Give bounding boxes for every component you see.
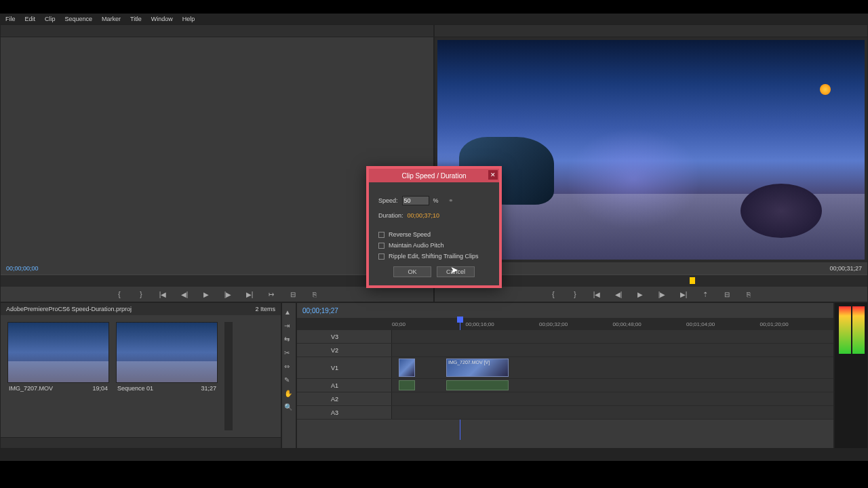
maintain-pitch-label: Maintain Audio Pitch [389, 242, 444, 249]
track-v3[interactable] [392, 330, 833, 343]
project-name: AdobePremiereProCS6 Speed-Duration.prpro… [6, 306, 132, 312]
speed-label: Speed: [378, 197, 398, 204]
ripple-checkbox[interactable] [378, 253, 384, 260]
ruler-tick: 00;00 [392, 321, 466, 327]
project-footer[interactable] [1, 437, 281, 448]
audio-meters [834, 302, 868, 449]
tools-panel: ▲ ⇥ ⇆ ✂ ⇔ ✎ ✋ 🔍 [281, 302, 296, 449]
razor-tool-icon[interactable]: ✂ [284, 349, 294, 359]
track-a2[interactable] [392, 392, 833, 405]
maintain-pitch-checkbox[interactable] [378, 243, 384, 249]
mark-out-icon[interactable]: } [136, 289, 146, 299]
insert-icon[interactable]: ↦ [267, 289, 276, 299]
track-v1[interactable]: IMG_7207.MOV [V] [392, 357, 833, 378]
pen-tool-icon[interactable]: ✎ [284, 376, 294, 386]
export-frame-icon[interactable]: ⎘ [744, 289, 753, 299]
track-head-v1[interactable]: V1 [297, 357, 392, 378]
ruler-tick: 00;01;20;00 [760, 321, 834, 327]
ruler-tick: 00;00;48;00 [613, 321, 687, 327]
duration-value[interactable]: 00;00;37;10 [408, 212, 440, 219]
bin-item-duration: 19;04 [92, 385, 108, 392]
mark-in-icon[interactable]: { [549, 289, 558, 299]
bin-scrollbar[interactable] [224, 322, 233, 430]
clip-speed-dialog: Clip Speed / Duration ✕ Speed: % ⚭ Durat… [366, 166, 502, 288]
reverse-label: Reverse Speed [389, 231, 431, 238]
mark-in-icon[interactable]: { [115, 289, 124, 299]
menu-window[interactable]: Window [151, 16, 173, 22]
lift-icon[interactable]: ⇡ [701, 289, 710, 299]
menu-marker[interactable]: Marker [102, 16, 121, 22]
mark-out-icon[interactable]: } [570, 289, 580, 299]
zoom-tool-icon[interactable]: 🔍 [284, 403, 294, 413]
dialog-title-text: Clip Speed / Duration [401, 172, 466, 180]
menu-bar[interactable]: File Edit Clip Sequence Marker Title Win… [0, 14, 868, 24]
bin-item-label: Sequence 01 [117, 385, 153, 392]
program-tabs[interactable] [435, 25, 867, 37]
source-transport: { } |◀ ◀| ▶ |▶ ▶| ↦ ⊟ ⎘ [1, 287, 433, 302]
goto-in-icon[interactable]: |◀ [592, 289, 601, 299]
ripple-tool-icon[interactable]: ⇆ [284, 336, 294, 345]
step-fwd-icon[interactable]: |▶ [223, 289, 233, 299]
ok-button[interactable]: OK [393, 266, 431, 277]
link-icon[interactable]: ⚭ [448, 197, 454, 204]
track-a1[interactable] [392, 379, 833, 392]
track-head-a3[interactable]: A3 [297, 406, 392, 419]
timeline-clip[interactable] [399, 359, 415, 377]
track-head-v3[interactable]: V3 [297, 330, 392, 343]
goto-in-icon[interactable]: |◀ [158, 289, 167, 299]
overwrite-icon[interactable]: ⊟ [288, 289, 298, 299]
timeline-audio-clip[interactable] [446, 380, 509, 390]
menu-sequence[interactable]: Sequence [65, 16, 93, 22]
menu-clip[interactable]: Clip [45, 16, 56, 22]
hand-tool-icon[interactable]: ✋ [284, 390, 294, 399]
duration-label: Duration: [378, 212, 403, 219]
project-panel: AdobePremiereProCS6 Speed-Duration.prpro… [0, 302, 281, 449]
project-item-count: 2 Items [255, 306, 275, 312]
goto-out-icon[interactable]: ▶| [679, 289, 688, 299]
speed-input[interactable] [402, 196, 429, 205]
ripple-label: Ripple Edit, Shifting Trailing Clips [389, 253, 479, 260]
source-timecode[interactable]: 00;00;00;00 [6, 265, 39, 272]
track-head-a1[interactable]: A1 [297, 379, 392, 392]
menu-edit[interactable]: Edit [25, 16, 36, 22]
speed-percent: % [433, 197, 439, 204]
bin-item-label: IMG_7207.MOV [9, 385, 53, 392]
close-icon[interactable]: ✕ [488, 170, 498, 180]
ruler-tick: 00;01;04;00 [686, 321, 760, 327]
timeline-panel: 00;00;19;27 00;00 00;00;16;00 00;00;32;0… [296, 302, 834, 449]
step-back-icon[interactable]: ◀| [180, 289, 189, 299]
bin-item[interactable]: IMG_7207.MOV 19;04 [7, 322, 109, 430]
selection-tool-icon[interactable]: ▲ [284, 308, 294, 318]
timeline-playhead-time[interactable]: 00;00;19;27 [302, 307, 338, 314]
step-fwd-icon[interactable]: |▶ [657, 289, 667, 299]
track-select-tool-icon[interactable]: ⇥ [284, 322, 294, 331]
bin-item[interactable]: Sequence 01 31;27 [116, 322, 218, 430]
play-icon[interactable]: ▶ [201, 289, 211, 299]
cancel-button[interactable]: Cancel [437, 266, 475, 277]
program-transport: { } |◀ ◀| ▶ |▶ ▶| ⇡ ⊟ ⎘ [435, 287, 867, 302]
timeline-audio-clip[interactable] [399, 380, 415, 390]
extract-icon[interactable]: ⊟ [722, 289, 732, 299]
source-tabs[interactable] [1, 25, 433, 37]
dialog-titlebar[interactable]: Clip Speed / Duration ✕ [369, 169, 499, 182]
menu-title[interactable]: Title [130, 16, 142, 22]
ruler-tick: 00;00;32;00 [539, 321, 613, 327]
program-timecode-right: 00;00;31;27 [829, 265, 862, 272]
menu-help[interactable]: Help [182, 16, 195, 22]
ruler-tick: 00;00;16;00 [466, 321, 540, 327]
menu-file[interactable]: File [5, 16, 16, 22]
bin-item-duration: 31;27 [201, 385, 216, 392]
slip-tool-icon[interactable]: ⇔ [284, 363, 294, 372]
reverse-checkbox[interactable] [378, 232, 384, 238]
track-head-v2[interactable]: V2 [297, 344, 392, 357]
track-a3[interactable] [392, 406, 833, 419]
goto-out-icon[interactable]: ▶| [245, 289, 254, 299]
export-frame-icon[interactable]: ⎘ [310, 289, 319, 299]
play-icon[interactable]: ▶ [635, 289, 645, 299]
track-v2[interactable] [392, 344, 833, 357]
step-back-icon[interactable]: ◀| [614, 289, 623, 299]
clip-label: IMG_7207.MOV [V] [448, 360, 490, 365]
timeline-ruler[interactable]: 00;00 00;00;16;00 00;00;32;00 00;00;48;0… [297, 318, 833, 330]
timeline-clip[interactable]: IMG_7207.MOV [V] [446, 359, 509, 377]
track-head-a2[interactable]: A2 [297, 392, 392, 405]
